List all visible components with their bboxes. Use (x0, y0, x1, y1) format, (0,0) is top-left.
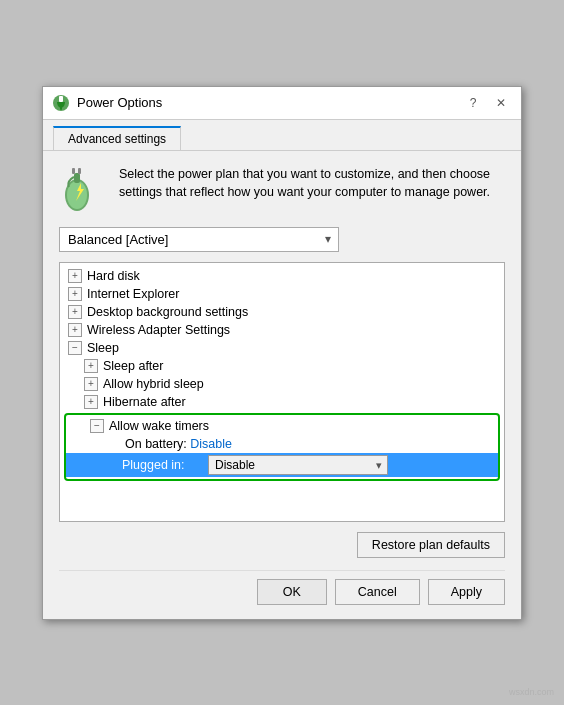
ok-button[interactable]: OK (257, 579, 327, 605)
item-label: Allow hybrid sleep (103, 377, 204, 391)
tree-item-hybrid-sleep[interactable]: + Allow hybrid sleep (60, 375, 504, 393)
title-bar: Power Options ? ✕ (43, 87, 521, 120)
svg-rect-6 (72, 168, 75, 174)
expand-icon[interactable]: − (90, 419, 104, 433)
plan-dropdown-wrapper: Balanced [Active] High performance Power… (59, 227, 339, 252)
plugged-dropdown-wrapper: Disable Enable Important Wake Timers Onl… (208, 455, 388, 475)
tab-advanced-settings[interactable]: Advanced settings (53, 126, 181, 150)
item-label: Sleep after (103, 359, 163, 373)
item-label: Hibernate after (103, 395, 186, 409)
battery-label: On battery: (125, 437, 190, 451)
close-button[interactable]: ✕ (489, 93, 513, 113)
tree-item-wireless[interactable]: + Wireless Adapter Settings (60, 321, 504, 339)
item-label: Sleep (87, 341, 119, 355)
svg-rect-7 (78, 168, 81, 174)
help-button[interactable]: ? (461, 93, 485, 113)
window-title: Power Options (77, 95, 461, 110)
plugged-label: Plugged in: (122, 458, 202, 472)
apply-button[interactable]: Apply (428, 579, 505, 605)
expand-icon[interactable]: − (68, 341, 82, 355)
plan-select[interactable]: Balanced [Active] High performance Power… (59, 227, 339, 252)
plan-dropdown-row: Balanced [Active] High performance Power… (59, 227, 505, 252)
expand-icon[interactable]: + (68, 287, 82, 301)
tree-item-desktop-bg[interactable]: + Desktop background settings (60, 303, 504, 321)
button-row: OK Cancel Apply (59, 570, 505, 609)
item-label: Desktop background settings (87, 305, 248, 319)
tree-item-hard-disk[interactable]: + Hard disk (60, 267, 504, 285)
power-icon-area (59, 165, 107, 213)
expand-icon[interactable]: + (84, 377, 98, 391)
tree-container[interactable]: + Hard disk + Internet Explorer + Deskto… (59, 262, 505, 522)
expand-icon[interactable]: + (84, 395, 98, 409)
item-label: Hard disk (87, 269, 140, 283)
title-controls: ? ✕ (461, 93, 513, 113)
tab-bar: Advanced settings (43, 120, 521, 151)
power-options-window: Power Options ? ✕ Advanced settings (42, 86, 522, 620)
svg-point-4 (67, 181, 87, 209)
description-text: Select the power plan that you want to c… (119, 165, 505, 203)
restore-button[interactable]: Restore plan defaults (357, 532, 505, 558)
tree-item-wake-timers[interactable]: − Allow wake timers (66, 417, 498, 435)
svg-rect-2 (60, 106, 62, 110)
restore-row: Restore plan defaults (59, 532, 505, 558)
expand-icon[interactable]: + (68, 269, 82, 283)
content-area: Select the power plan that you want to c… (43, 151, 521, 619)
expand-icon[interactable]: + (68, 305, 82, 319)
item-label: Wireless Adapter Settings (87, 323, 230, 337)
tree-item-sleep[interactable]: − Sleep (60, 339, 504, 357)
window-icon (51, 93, 71, 113)
tree-item-on-battery[interactable]: On battery: Disable (66, 435, 498, 453)
svg-rect-1 (59, 96, 63, 102)
item-label: Internet Explorer (87, 287, 179, 301)
expand-icon[interactable]: + (84, 359, 98, 373)
battery-value: Disable (190, 437, 232, 451)
cancel-button[interactable]: Cancel (335, 579, 420, 605)
watermark: wsxdn.com (509, 687, 554, 697)
description-row: Select the power plan that you want to c… (59, 165, 505, 213)
svg-rect-5 (74, 173, 80, 183)
expand-icon[interactable]: + (68, 323, 82, 337)
tree-item-sleep-after[interactable]: + Sleep after (60, 357, 504, 375)
tree-item-internet-explorer[interactable]: + Internet Explorer (60, 285, 504, 303)
plugged-select[interactable]: Disable Enable Important Wake Timers Onl… (208, 455, 388, 475)
plugged-in-row[interactable]: Plugged in: Disable Enable Important Wak… (66, 453, 498, 477)
tree-item-hibernate[interactable]: + Hibernate after (60, 393, 504, 411)
wake-timers-section: − Allow wake timers On battery: Disable … (64, 413, 500, 481)
item-label: Allow wake timers (109, 419, 209, 433)
